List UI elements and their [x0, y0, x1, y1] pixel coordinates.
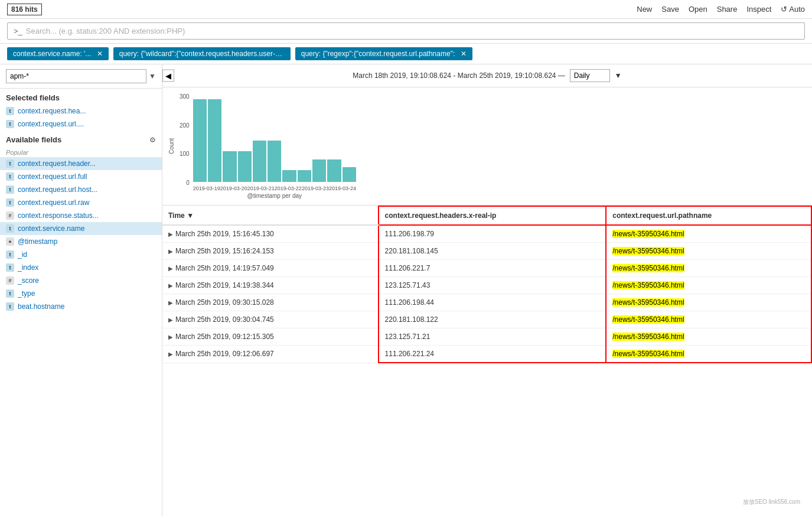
- filter-pill-1[interactable]: query: {"wildcard":{"context.request.hea…: [113, 47, 291, 60]
- path-highlight-0: /news/t-35950346.html: [612, 230, 684, 238]
- chart-x-label: @timestamp per day: [193, 191, 356, 199]
- avail-name-4: context.response.status...: [18, 211, 99, 220]
- cell-time-1: March 25th 2019, 15:16:24.153: [175, 247, 274, 255]
- available-field-4[interactable]: # context.response.status...: [0, 209, 162, 222]
- expand-arrow-5[interactable]: ▶: [168, 317, 173, 323]
- interval-arrow-icon: ▼: [615, 71, 622, 80]
- chart-bar-10: [343, 167, 356, 182]
- search-input-wrap[interactable]: >_ Search... (e.g. status:200 AND extens…: [7, 22, 805, 40]
- avail-name-1: context.request.url.full: [18, 172, 87, 181]
- x-label-2: 2019-03-20: [220, 185, 247, 191]
- chart-y-axis: 300 200 100 0: [180, 93, 193, 199]
- available-field-11[interactable]: t beat.hostname: [0, 300, 162, 313]
- cell-ip-4: 111.206.198.44: [379, 294, 606, 311]
- inspect-button[interactable]: Inspect: [746, 5, 771, 14]
- filter-close-0[interactable]: ✕: [97, 50, 103, 58]
- sidebar-toggle-button[interactable]: ◀: [162, 70, 174, 82]
- th-ip[interactable]: context.request.headers.x-real-ip: [379, 206, 606, 225]
- available-field-7[interactable]: t _id: [0, 248, 162, 261]
- new-button[interactable]: New: [637, 5, 652, 14]
- top-bar: 816 hits New Save Open Share Inspect ↺ A…: [0, 0, 812, 19]
- save-button[interactable]: Save: [661, 5, 679, 14]
- cell-path-1: /news/t-35950346.html: [606, 243, 811, 260]
- cell-ip-3: 123.125.71.43: [379, 277, 606, 294]
- data-table-container: Time ▼ context.request.headers.x-real-ip…: [162, 206, 812, 516]
- cell-ip-0: 111.206.198.79: [379, 225, 606, 243]
- selected-field-0[interactable]: t context.request.hea...: [0, 105, 162, 118]
- avail-type-7: t: [6, 250, 14, 259]
- share-button[interactable]: Share: [717, 5, 738, 14]
- expand-arrow-6[interactable]: ▶: [168, 334, 173, 340]
- expand-arrow-3[interactable]: ▶: [168, 282, 173, 289]
- available-field-1[interactable]: t context.request.url.full: [0, 170, 162, 183]
- cell-path-6: /news/t-35950346.html: [606, 328, 811, 346]
- table-body: ▶March 25th 2019, 15:16:45.130111.206.19…: [162, 225, 811, 363]
- selected-field-1[interactable]: t context.request.url....: [0, 118, 162, 131]
- available-fields-header: Available fields ⚙: [0, 131, 162, 146]
- avail-name-0: context.request.header...: [18, 159, 96, 168]
- filter-close-2[interactable]: ✕: [461, 50, 467, 58]
- search-input[interactable]: Search... (e.g. status:200 AND extension…: [26, 27, 185, 35]
- th-time[interactable]: Time ▼: [162, 206, 379, 225]
- chart-bar-8: [312, 159, 326, 182]
- expand-arrow-1[interactable]: ▶: [168, 248, 173, 255]
- auto-button[interactable]: ↺ Auto: [781, 5, 805, 14]
- cell-expand-5: ▶March 25th 2019, 09:30:04.745: [162, 311, 379, 328]
- cell-ip-1: 220.181.108.145: [379, 243, 606, 260]
- index-arrow-icon[interactable]: ▼: [149, 72, 156, 80]
- cell-expand-6: ▶March 25th 2019, 09:12:15.305: [162, 328, 379, 346]
- cell-ip-7: 111.206.221.24: [379, 346, 606, 363]
- index-dropdown[interactable]: apm-*: [6, 69, 146, 83]
- available-field-3[interactable]: t context.request.url.raw: [0, 196, 162, 209]
- interval-select[interactable]: Daily Hourly Weekly: [570, 69, 610, 82]
- avail-type-0: t: [6, 159, 14, 168]
- avail-type-2: t: [6, 185, 14, 194]
- cell-expand-2: ▶March 25th 2019, 14:19:57.049: [162, 260, 379, 277]
- table-row: ▶March 25th 2019, 09:30:04.745220.181.10…: [162, 311, 811, 328]
- available-field-2[interactable]: t context.request.url.host...: [0, 183, 162, 196]
- available-field-5[interactable]: t context.service.name: [0, 222, 162, 235]
- avail-name-8: _index: [18, 263, 38, 272]
- available-field-9[interactable]: # _score: [0, 274, 162, 287]
- avail-type-5: t: [6, 224, 14, 233]
- gear-icon[interactable]: ⚙: [149, 136, 156, 144]
- selected-field-name-0: context.request.hea...: [18, 107, 86, 115]
- chart-bar-9: [327, 159, 341, 182]
- field-type-badge-0: t: [6, 107, 14, 115]
- avail-type-1: t: [6, 172, 14, 181]
- data-table: Time ▼ context.request.headers.x-real-ip…: [162, 206, 812, 363]
- path-highlight-1: /news/t-35950346.html: [612, 247, 684, 255]
- x-axis: 2019-03-192019-03-202019-03-212019-03-22…: [193, 184, 356, 191]
- open-button[interactable]: Open: [689, 5, 707, 14]
- cell-time-3: March 25th 2019, 14:19:38.344: [175, 281, 274, 289]
- cell-ip-6: 123.125.71.21: [379, 328, 606, 346]
- expand-arrow-4[interactable]: ▶: [168, 299, 173, 306]
- expand-arrow-7[interactable]: ▶: [168, 351, 173, 357]
- cell-ip-2: 111.206.221.7: [379, 260, 606, 277]
- available-field-8[interactable]: t _index: [0, 261, 162, 274]
- chart-bar-7: [298, 170, 311, 182]
- available-field-10[interactable]: t _type: [0, 287, 162, 300]
- path-highlight-5: /news/t-35950346.html: [612, 315, 684, 324]
- chart-bar-1: [208, 99, 221, 182]
- expand-arrow-2[interactable]: ▶: [168, 265, 173, 272]
- avail-type-10: t: [6, 289, 14, 298]
- cell-expand-4: ▶March 25th 2019, 09:30:15.028: [162, 294, 379, 311]
- path-highlight-4: /news/t-35950346.html: [612, 298, 684, 307]
- filter-pill-2[interactable]: query: {"regexp":{"context.request.url.p…: [295, 47, 472, 60]
- th-path[interactable]: context.request.url.pathname: [606, 206, 811, 225]
- hits-badge: 816 hits: [7, 4, 42, 15]
- sidebar: apm-* ▼ Selected fields t context.reques…: [0, 64, 162, 516]
- chart-container: Count 300 200 100 0 2019-03-192019-03-20…: [162, 87, 812, 206]
- avail-name-11: beat.hostname: [18, 302, 64, 311]
- date-range-bar: ◀ March 18th 2019, 19:10:08.624 - March …: [162, 64, 812, 87]
- available-field-6[interactable]: ● @timestamp: [0, 235, 162, 248]
- filter-pill-0[interactable]: context.service.name: '... ✕: [7, 47, 109, 60]
- table-row: ▶March 25th 2019, 09:12:15.305123.125.71…: [162, 328, 811, 346]
- expand-arrow-0[interactable]: ▶: [168, 231, 173, 237]
- chart-area: 2019-03-192019-03-202019-03-212019-03-22…: [193, 93, 356, 199]
- avail-name-9: _score: [18, 276, 39, 285]
- x-label-4: 2019-03-21: [247, 185, 275, 191]
- filter-pills: context.service.name: '... ✕ query: {"wi…: [0, 44, 812, 64]
- available-field-0[interactable]: t context.request.header...: [0, 157, 162, 170]
